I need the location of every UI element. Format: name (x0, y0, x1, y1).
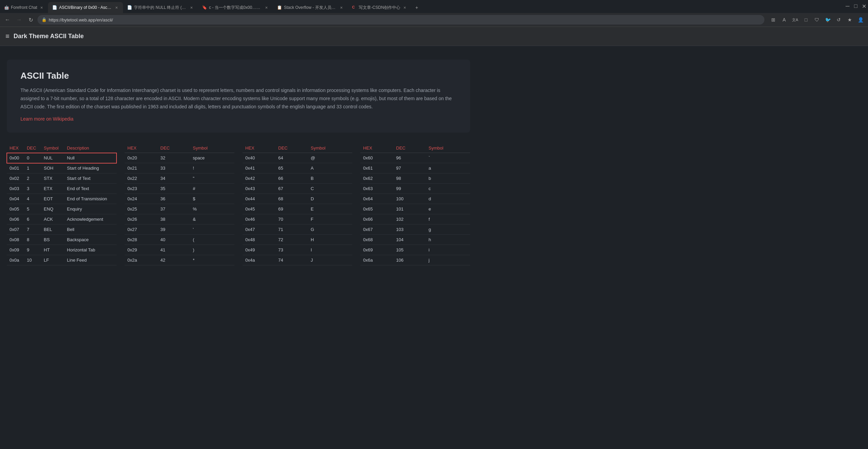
tab-close-3[interactable]: ✕ (189, 5, 194, 10)
sym-cell: H (308, 235, 352, 245)
new-tab-button[interactable]: + (411, 2, 422, 13)
translate-icon[interactable]: 文A (790, 15, 800, 25)
hex-cell: 0x42 (243, 173, 276, 184)
table-row[interactable]: 0x05 5 ENQ Enquiry (7, 204, 117, 214)
table-row[interactable]: 0x22 34 " (125, 173, 234, 184)
table-row[interactable]: 0x40 64 @ (243, 153, 352, 163)
reload-button[interactable]: ↻ (26, 15, 35, 25)
ascii-table-2: HEX DEC Symbol 0x20 32 space 0x21 33 ! 0… (125, 143, 234, 265)
grid-icon[interactable]: ⊞ (769, 15, 778, 25)
wikipedia-link[interactable]: Learn more on Wikipedia (20, 116, 74, 122)
dec-cell: 36 (158, 194, 190, 204)
table-row[interactable]: 0x27 39 ' (125, 224, 234, 235)
sym-cell: HT (41, 245, 64, 255)
tab-ascii-tool[interactable]: 📄 ASCII/Binary of 0x00 - AsciiTool ✕ (48, 2, 123, 13)
table-row[interactable]: 0x09 9 HT Horizontal Tab (7, 245, 117, 255)
dec-cell: 102 (393, 214, 426, 224)
table-row[interactable]: 0x01 1 SOH Start of Heading (7, 163, 117, 173)
table-row[interactable]: 0x64 100 d (360, 194, 470, 204)
table-row[interactable]: 0x63 99 c (360, 184, 470, 194)
tab-forefront-chat[interactable]: 🤖 Forefront Chat ✕ (0, 2, 48, 13)
hex-cell: 0x04 (7, 194, 24, 204)
tab-close-2[interactable]: ✕ (114, 5, 119, 10)
table-row[interactable]: 0x65 101 e (360, 204, 470, 214)
dec-cell: 72 (276, 235, 308, 245)
sym-cell: ' (190, 224, 234, 235)
table-row[interactable]: 0x24 36 $ (125, 194, 234, 204)
table-row[interactable]: 0x29 41 ) (125, 245, 234, 255)
tab-chinese-null[interactable]: 📄 字符串中的 NULL 终止符 (或 … ✕ (123, 2, 198, 13)
refresh-icon[interactable]: ↺ (834, 15, 843, 25)
table-row[interactable]: 0x41 65 A (243, 163, 352, 173)
dec-cell: 9 (24, 245, 41, 255)
table-row[interactable]: 0x67 103 g (360, 224, 470, 235)
table-2-header-row: HEX DEC Symbol (125, 143, 234, 153)
table-row[interactable]: 0x21 33 ! (125, 163, 234, 173)
favorites-icon[interactable]: ★ (845, 15, 854, 25)
tab-close-5[interactable]: ✕ (339, 5, 344, 10)
table-row[interactable]: 0x61 97 a (360, 163, 470, 173)
table-row[interactable]: 0x46 70 F (243, 214, 352, 224)
table-row[interactable]: 0x02 2 STX Start of Text (7, 173, 117, 184)
close-window-button[interactable]: ✕ (860, 2, 868, 10)
table-row[interactable]: 0x49 73 I (243, 245, 352, 255)
table-row[interactable]: 0x45 69 E (243, 204, 352, 214)
table-row[interactable]: 0x44 68 D (243, 194, 352, 204)
table-row[interactable]: 0x20 32 space (125, 153, 234, 163)
table-row[interactable]: 0x26 38 & (125, 214, 234, 224)
table-row[interactable]: 0x06 6 ACK Acknowledgement (7, 214, 117, 224)
table-row[interactable]: 0x08 8 BS Backspace (7, 235, 117, 245)
table-row[interactable]: 0x69 105 i (360, 245, 470, 255)
tab-stackoverflow[interactable]: 📋 Stack Overflow - 开发人员学习… ✕ (273, 2, 348, 13)
table-row[interactable]: 0x47 71 G (243, 224, 352, 235)
table-row[interactable]: 0x00 0 NUL Null (7, 153, 117, 163)
dec-cell: 10 (24, 255, 41, 265)
table-row[interactable]: 0x6a 106 j (360, 255, 470, 265)
table-row[interactable]: 0x07 7 BEL Bell (7, 224, 117, 235)
table-row[interactable]: 0x03 3 ETX End of Text (7, 184, 117, 194)
page-title: ASCII Table (20, 71, 456, 81)
minimize-button[interactable]: ─ (843, 2, 852, 10)
table-row[interactable]: 0x25 37 % (125, 204, 234, 214)
table-row[interactable]: 0x23 35 # (125, 184, 234, 194)
sym-cell: ) (190, 245, 234, 255)
table-row[interactable]: 0x43 67 C (243, 184, 352, 194)
shield-icon[interactable]: 🛡 (812, 15, 822, 25)
dec-cell: 98 (393, 173, 426, 184)
dec-cell: 104 (393, 235, 426, 245)
table-row[interactable]: 0x68 104 h (360, 235, 470, 245)
sym-cell: F (308, 214, 352, 224)
table-row[interactable]: 0x28 40 ( (125, 235, 234, 245)
hex-cell: 0x25 (125, 204, 158, 214)
tab-c-hex[interactable]: 🔖 c - 当一个数字写成0x00…X 是… ✕ (198, 2, 273, 13)
sym-cell: " (190, 173, 234, 184)
table-row[interactable]: 0x2a 42 * (125, 255, 234, 265)
tab-icon-4: 🔖 (202, 5, 207, 10)
address-bar[interactable]: 🔒 https://bytetool.web.app/en/ascii/ (37, 15, 764, 25)
table-row[interactable]: 0x48 72 H (243, 235, 352, 245)
table-2-sym-header: Symbol (190, 143, 234, 153)
twitter-icon[interactable]: 🐦 (823, 15, 833, 25)
table-row[interactable]: 0x62 98 b (360, 173, 470, 184)
maximize-button[interactable]: □ (852, 2, 860, 10)
dec-cell: 65 (276, 163, 308, 173)
table-row[interactable]: 0x60 96 ` (360, 153, 470, 163)
reader-view-icon[interactable]: □ (801, 15, 811, 25)
ascii-table-4: HEX DEC Symbol 0x60 96 ` 0x61 97 a 0x62 … (360, 143, 470, 265)
tab-close-4[interactable]: ✕ (264, 5, 269, 10)
tab-close-6[interactable]: ✕ (402, 5, 407, 10)
hex-cell: 0x06 (7, 214, 24, 224)
forward-button[interactable]: → (14, 15, 24, 25)
tab-close-1[interactable]: ✕ (39, 5, 44, 10)
read-icon[interactable]: A (779, 15, 789, 25)
tab-csdn[interactable]: C 写文章-CSDN创作中心 ✕ (348, 2, 411, 13)
account-icon[interactable]: 👤 (856, 15, 865, 25)
back-button[interactable]: ← (3, 15, 12, 25)
table-row[interactable]: 0x04 4 EOT End of Transmission (7, 194, 117, 204)
tab-label-1: Forefront Chat (11, 5, 37, 10)
table-row[interactable]: 0x42 66 B (243, 173, 352, 184)
table-row[interactable]: 0x4a 74 J (243, 255, 352, 265)
table-row[interactable]: 0x66 102 f (360, 214, 470, 224)
table-row[interactable]: 0x0a 10 LF Line Feed (7, 255, 117, 265)
hamburger-menu-icon[interactable]: ≡ (5, 32, 10, 40)
